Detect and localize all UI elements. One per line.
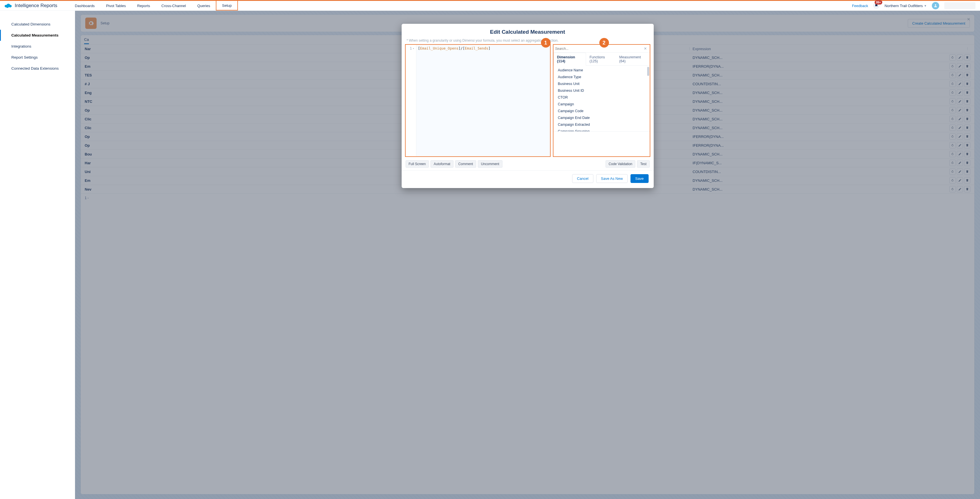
nav-setup[interactable]: Setup: [216, 0, 238, 11]
uncomment-button[interactable]: Uncomment: [478, 160, 503, 168]
modal-footer: Cancel Save As New Save: [402, 170, 654, 188]
top-navigation: Intelligence Reports Dashboards Pivot Ta…: [0, 0, 980, 11]
main-nav: Dashboards Pivot Tables Reports Cross-Ch…: [69, 1, 238, 11]
edit-calculated-measurement-modal: Edit Calculated Measurement * When setti…: [402, 24, 654, 188]
nav-queries[interactable]: Queries: [191, 1, 216, 11]
org-name-label: Northern Trail Outfitters: [885, 4, 923, 8]
notification-badge: 99+: [875, 0, 882, 5]
test-button[interactable]: Test: [637, 160, 649, 168]
picker-item[interactable]: Audience Name: [554, 67, 650, 74]
formula-editor[interactable]: [Email_Unique_Opens]/[Email_Sends]: [416, 45, 550, 156]
modal-note: * When setting a granularity or using Di…: [402, 37, 654, 44]
feedback-link[interactable]: Feedback: [852, 4, 868, 8]
picker-item[interactable]: Audience Type: [554, 74, 650, 80]
formula-token-2: Email_Sends: [465, 46, 488, 51]
main-area: Setup Create Calculated Measurement ✕ Ca…: [75, 11, 980, 499]
sidebar-item-report-settings[interactable]: Report Settings: [0, 52, 75, 63]
comment-button[interactable]: Comment: [455, 160, 476, 168]
setup-sidebar: Calculated Dimensions Calculated Measure…: [0, 11, 75, 499]
editor-gutter: 1 ▾: [406, 45, 416, 156]
save-button[interactable]: Save: [630, 174, 649, 183]
picker-item[interactable]: CTOR: [554, 94, 650, 101]
chevron-down-icon: ▼: [924, 4, 927, 7]
global-search-input[interactable]: [944, 2, 975, 9]
clear-search-icon[interactable]: ✕: [643, 46, 648, 51]
salesforce-logo-icon: [4, 3, 12, 8]
nav-reports[interactable]: Reports: [131, 1, 156, 11]
svg-point-2: [8, 5, 12, 7]
modal-title: Edit Calculated Measurement: [402, 24, 654, 37]
picker-item[interactable]: Business Unit: [554, 80, 650, 87]
nav-pivot-tables[interactable]: Pivot Tables: [100, 1, 131, 11]
fold-caret-icon[interactable]: ▾: [413, 47, 414, 50]
nav-dashboards[interactable]: Dashboards: [69, 1, 100, 11]
callout-2: 2: [599, 38, 609, 48]
field-picker-pane: 2 ✕ Dimension (114) Functions (125) Meas…: [553, 44, 650, 157]
picker-footer-spacer: [554, 131, 650, 156]
app-title: Intelligence Reports: [15, 3, 57, 8]
picker-item[interactable]: Campaign Code: [554, 108, 650, 114]
sidebar-item-integrations[interactable]: Integrations: [0, 41, 75, 52]
cancel-button[interactable]: Cancel: [572, 174, 593, 183]
sidebar-item-connected-data-extensions[interactable]: Connected Data Extensions: [0, 63, 75, 74]
full-screen-button[interactable]: Full Screen: [406, 160, 429, 168]
picker-item[interactable]: Campaign End Date: [554, 114, 650, 121]
gutter-line-number: 1: [410, 46, 412, 51]
tab-dimension[interactable]: Dimension (114): [554, 52, 586, 66]
autoformat-button[interactable]: Autoformat: [431, 160, 453, 168]
picker-item[interactable]: Campaign: [554, 101, 650, 108]
svg-point-3: [6, 6, 9, 8]
tab-measurement[interactable]: Measurement (64): [616, 52, 649, 65]
body-wrap: Calculated Dimensions Calculated Measure…: [0, 11, 980, 499]
callout-1: 1: [541, 38, 550, 48]
code-validation-button[interactable]: Code Validation: [606, 160, 636, 168]
field-picker-tabs: Dimension (114) Functions (125) Measurem…: [554, 52, 650, 66]
tab-functions[interactable]: Functions (125): [586, 52, 616, 65]
field-picker-list[interactable]: Audience NameAudience TypeBusiness UnitB…: [554, 66, 650, 131]
editor-toolbar: Full Screen Autoformat Comment Uncomment…: [402, 159, 654, 170]
notification-bell-icon[interactable]: 99+: [873, 3, 880, 9]
top-right-region: Feedback 99+ Northern Trail Outfitters ▼: [852, 2, 978, 10]
modal-body: 1 1 ▾ [Email_Unique_Opens]/[Email_Sends]…: [402, 44, 654, 159]
field-search-input[interactable]: [555, 47, 643, 51]
user-avatar[interactable]: [932, 2, 939, 10]
picker-item[interactable]: Campaign Grouping: [554, 128, 650, 131]
formula-token-1: Email_Unique_Opens: [420, 46, 458, 51]
org-switcher[interactable]: Northern Trail Outfitters ▼: [885, 4, 927, 8]
formula-editor-pane: 1 1 ▾ [Email_Unique_Opens]/[Email_Sends]: [405, 44, 550, 157]
nav-cross-channel[interactable]: Cross-Channel: [156, 1, 192, 11]
picker-item[interactable]: Campaign Extracted: [554, 121, 650, 128]
svg-point-5: [935, 4, 936, 6]
sidebar-item-calculated-dimensions[interactable]: Calculated Dimensions: [0, 19, 75, 30]
save-as-new-button[interactable]: Save As New: [596, 174, 628, 183]
picker-item[interactable]: Business Unit ID: [554, 87, 650, 94]
scrollbar-thumb[interactable]: [647, 67, 649, 76]
sidebar-item-calculated-measurements[interactable]: Calculated Measurements: [0, 30, 75, 41]
